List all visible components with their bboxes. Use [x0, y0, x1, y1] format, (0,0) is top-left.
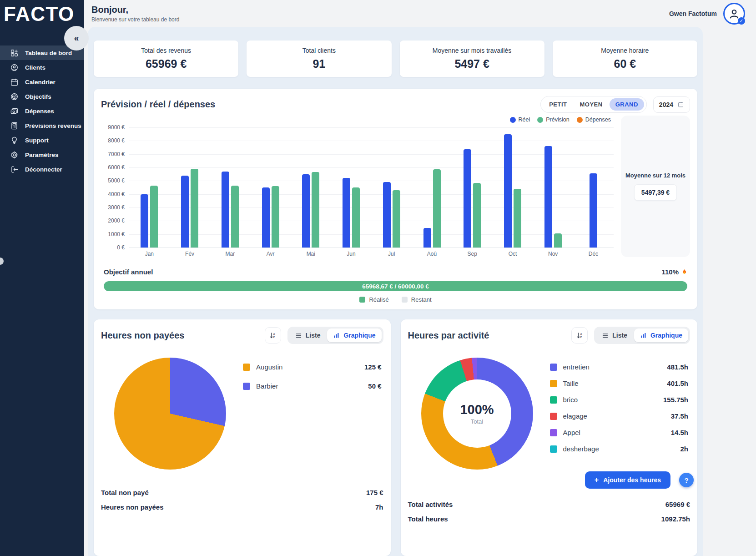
year-picker[interactable]: 2024 [653, 96, 690, 113]
sidebar-item-label: Objectifs [25, 93, 51, 100]
bar-réel-nov [544, 146, 552, 248]
bar-prévision-jun [352, 187, 360, 248]
sidebar-item-label: Clients [25, 64, 45, 71]
list-icon [295, 332, 302, 339]
activity-chart-tab[interactable]: Graphique [634, 329, 688, 342]
target-icon [10, 92, 19, 101]
help-button[interactable]: ? [679, 473, 694, 487]
bar-prévision-fév [191, 169, 198, 248]
svg-text:Z: Z [273, 336, 275, 339]
bar-chart-icon [640, 332, 647, 339]
list-icon [602, 332, 609, 339]
edge-handle[interactable] [0, 258, 4, 265]
kpi-value: 5497 € [454, 57, 489, 71]
legend-row-entretien: entretien 481.5h [550, 363, 688, 371]
activity-footer: Total activités65969 €Total heures1092.7… [408, 500, 690, 523]
legend-name: desherbage [563, 445, 599, 453]
bar-group-jun [331, 127, 372, 248]
legend-row-appel: Appel 14.5h [550, 429, 688, 436]
size-option-grand[interactable]: GRAND [610, 98, 644, 111]
sort-az-icon: A Z [576, 332, 584, 339]
sidebar-item-previsions-revenus[interactable]: Prévisions revenus [0, 118, 84, 133]
objective-label: Objectif annuel [104, 268, 661, 276]
legend-swatch [550, 445, 557, 453]
legend-dot [510, 117, 516, 123]
unpaid-list-tab[interactable]: Liste [289, 329, 327, 342]
donut-center-label: Total [471, 418, 483, 425]
activity-hours-card: Heures par activité A Z Liste [401, 319, 698, 556]
add-hours-button[interactable]: + Ajouter des heures [585, 471, 670, 489]
legend-row-taille: Taille 401.5h [550, 379, 688, 387]
sidebar-item-parametres[interactable]: Paramètres [0, 147, 84, 162]
x-axis: JanFévMarAvrMaiJunJulAoûSepOctNovDéc [101, 251, 614, 257]
footer-label: Heures non payées [101, 503, 164, 511]
activity-list-tab[interactable]: Liste [596, 329, 633, 342]
legend-swatch [402, 297, 408, 303]
average-side-card: Moyenne sur 12 mois 5497,39 € [621, 116, 690, 257]
activity-actions: + Ajouter des heures ? [408, 471, 690, 489]
sidebar-item-objectifs[interactable]: Objectifs [0, 89, 84, 104]
month-label: Sep [452, 251, 493, 257]
kpi-card-3: Moyenne horaire 60 € [553, 40, 697, 77]
avatar[interactable]: ✓ [723, 3, 745, 25]
clients-icon [10, 63, 19, 72]
legend-value: 125 € [364, 363, 382, 371]
legend-name: brico [563, 396, 578, 404]
sidebar-item-support[interactable]: Support [0, 133, 84, 147]
bar-réel-fév [181, 176, 189, 248]
sidebar-item-clients[interactable]: Clients [0, 60, 84, 75]
month-label: Déc [573, 251, 614, 257]
size-option-petit[interactable]: PETIT [543, 98, 573, 111]
bar-réel-oct [504, 134, 512, 248]
logout-icon [10, 165, 19, 174]
kpi-value: 65969 € [146, 57, 186, 71]
bar-prévision-oct [514, 189, 521, 248]
unpaid-sort-button[interactable]: A Z [265, 327, 281, 344]
kpi-row: Total des revenus 65969 €Total clients 9… [94, 40, 697, 77]
legend-name: elagage [563, 412, 587, 420]
y-tick-label: 6000 € [108, 164, 125, 171]
kpi-card-0: Total des revenus 65969 € [94, 40, 238, 77]
footer-label: Total heures [408, 515, 448, 523]
legend-swatch [243, 364, 250, 371]
calculator-icon [10, 121, 19, 130]
bar-group-aoû [412, 127, 452, 248]
sidebar-item-depenses[interactable]: Dépenses [0, 104, 84, 118]
legend-name: Augustin [256, 363, 282, 371]
legend-item-dépenses: Dépenses [577, 116, 611, 123]
bar-prévision-jan [150, 186, 158, 248]
y-tick-label: 9000 € [108, 124, 125, 131]
legend-swatch [243, 383, 250, 390]
sidebar-item-deconnecter[interactable]: Déconnecter [0, 162, 84, 177]
app-logo: FACTO [0, 0, 84, 25]
legend-value: 401.5h [667, 379, 688, 387]
month-labels: JanFévMarAvrMaiJunJulAoûSepOctNovDéc [129, 251, 614, 257]
unpaid-chart-tab[interactable]: Graphique [327, 329, 381, 342]
activity-sort-button[interactable]: A Z [571, 327, 588, 344]
sidebar-item-label: Calendrier [25, 79, 55, 86]
sidebar-item-calendrier[interactable]: Calendrier [0, 75, 84, 89]
legend-swatch [550, 396, 557, 404]
bar-chart: RéelPrévisionDépenses 9000 €8000 €7000 €… [101, 116, 614, 257]
bar-group-jan [129, 127, 170, 248]
sidebar-collapse-button[interactable]: « [64, 26, 89, 51]
bar-group-jul [371, 127, 412, 248]
bar-prévision-sep [473, 183, 481, 248]
bar-réel-sep [464, 149, 471, 248]
objective-percent: 110% [661, 268, 687, 276]
sort-az-icon: A Z [269, 332, 277, 339]
size-option-moyen[interactable]: MOYEN [574, 98, 609, 111]
unpaid-hours-card: Heures non payées A Z Liste [94, 319, 391, 556]
unpaid-hours-title: Heures non payées [101, 330, 265, 341]
legend-value: 37.5h [671, 412, 688, 420]
kpi-card-1: Total clients 91 [247, 40, 391, 77]
bar-group-déc [573, 127, 614, 248]
verified-badge-icon: ✓ [738, 17, 745, 25]
legend-name: Taille [563, 379, 579, 387]
bar-réel-aoû [423, 228, 431, 248]
fire-icon [680, 268, 687, 275]
main-area: Bonjour, Bienvenue sur votre tableau de … [84, 0, 756, 556]
month-label: Jul [371, 251, 412, 257]
page-title: Bonjour, [91, 5, 179, 15]
bar-réel-jun [343, 178, 350, 248]
